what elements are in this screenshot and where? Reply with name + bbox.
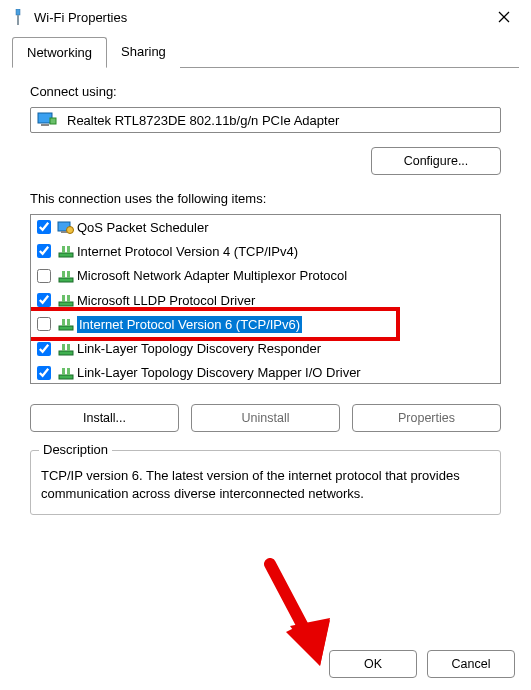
close-icon: [498, 11, 510, 23]
connection-items-list[interactable]: QoS Packet Scheduler Internet Protocol V…: [30, 214, 501, 384]
svg-rect-8: [61, 231, 67, 233]
adapter-field: Realtek RTL8723DE 802.11b/g/n PCIe Adapt…: [30, 107, 501, 133]
svg-rect-20: [62, 319, 65, 326]
item-checkbox[interactable]: [37, 342, 51, 356]
svg-rect-11: [62, 246, 65, 253]
description-group: Description TCP/IP version 6. The latest…: [30, 450, 501, 515]
window-title: Wi-Fi Properties: [34, 10, 489, 25]
list-item[interactable]: Microsoft Network Adapter Multiplexor Pr…: [31, 264, 500, 288]
cancel-button[interactable]: Cancel: [427, 650, 515, 678]
svg-rect-6: [50, 118, 56, 124]
ok-button[interactable]: OK: [329, 650, 417, 678]
item-checkbox[interactable]: [37, 244, 51, 258]
svg-rect-12: [67, 246, 70, 253]
protocol-icon: [57, 269, 75, 283]
protocol-icon: [57, 293, 75, 307]
configure-button[interactable]: Configure...: [371, 147, 501, 175]
dialog-footer: OK Cancel: [313, 644, 531, 690]
item-label: Microsoft Network Adapter Multiplexor Pr…: [77, 268, 347, 283]
svg-rect-16: [59, 302, 73, 306]
svg-rect-13: [59, 278, 73, 282]
description-text: TCP/IP version 6. The latest version of …: [41, 467, 490, 502]
item-label: Microsoft LLDP Protocol Driver: [77, 293, 255, 308]
item-label: Internet Protocol Version 6 (TCP/IPv6): [77, 316, 302, 333]
svg-rect-24: [67, 344, 70, 351]
svg-rect-5: [41, 124, 49, 126]
list-item[interactable]: Link-Layer Topology Discovery Responder: [31, 336, 500, 360]
item-checkbox[interactable]: [37, 293, 51, 307]
item-checkbox[interactable]: [37, 317, 51, 331]
svg-rect-19: [59, 326, 73, 330]
adapter-icon: [37, 112, 57, 128]
svg-rect-27: [67, 368, 70, 375]
svg-line-28: [270, 564, 308, 636]
item-checkbox[interactable]: [37, 220, 51, 234]
protocol-icon: [57, 317, 75, 331]
install-button[interactable]: Install...: [30, 404, 179, 432]
svg-rect-15: [67, 271, 70, 278]
connect-using-label: Connect using:: [30, 84, 501, 99]
svg-rect-18: [67, 295, 70, 302]
svg-point-9: [67, 227, 74, 234]
titlebar: Wi-Fi Properties: [0, 0, 531, 36]
tab-sharing[interactable]: Sharing: [107, 37, 180, 68]
svg-rect-1: [17, 15, 19, 25]
item-checkbox[interactable]: [37, 269, 51, 283]
close-button[interactable]: [489, 2, 519, 32]
uninstall-button[interactable]: Uninstall: [191, 404, 340, 432]
item-label: Internet Protocol Version 4 (TCP/IPv4): [77, 244, 298, 259]
item-label: Link-Layer Topology Discovery Mapper I/O…: [77, 365, 361, 380]
list-item[interactable]: Link-Layer Topology Discovery Mapper I/O…: [31, 361, 500, 384]
properties-button[interactable]: Properties: [352, 404, 501, 432]
tab-content: Connect using: Realtek RTL8723DE 802.11b…: [0, 68, 531, 531]
svg-rect-14: [62, 271, 65, 278]
svg-rect-0: [16, 9, 20, 15]
svg-rect-26: [62, 368, 65, 375]
description-legend: Description: [39, 442, 112, 457]
svg-rect-21: [67, 319, 70, 326]
protocol-icon: [57, 342, 75, 356]
list-item[interactable]: Microsoft LLDP Protocol Driver: [31, 288, 500, 312]
svg-rect-22: [59, 351, 73, 355]
tab-strip: Networking Sharing: [0, 36, 531, 68]
list-item[interactable]: QoS Packet Scheduler: [31, 215, 500, 239]
qos-icon: [57, 220, 75, 234]
protocol-icon: [57, 244, 75, 258]
svg-rect-25: [59, 375, 73, 379]
svg-rect-10: [59, 253, 73, 257]
wifi-properties-icon: [10, 9, 26, 25]
item-label: Link-Layer Topology Discovery Responder: [77, 341, 321, 356]
item-checkbox[interactable]: [37, 366, 51, 380]
svg-rect-17: [62, 295, 65, 302]
list-item-ipv6[interactable]: Internet Protocol Version 6 (TCP/IPv6): [31, 312, 500, 336]
tab-networking[interactable]: Networking: [12, 37, 107, 68]
protocol-icon: [57, 366, 75, 380]
adapter-name: Realtek RTL8723DE 802.11b/g/n PCIe Adapt…: [67, 113, 339, 128]
items-label: This connection uses the following items…: [30, 191, 501, 206]
list-item[interactable]: Internet Protocol Version 4 (TCP/IPv4): [31, 239, 500, 263]
svg-rect-23: [62, 344, 65, 351]
item-label: QoS Packet Scheduler: [77, 220, 209, 235]
